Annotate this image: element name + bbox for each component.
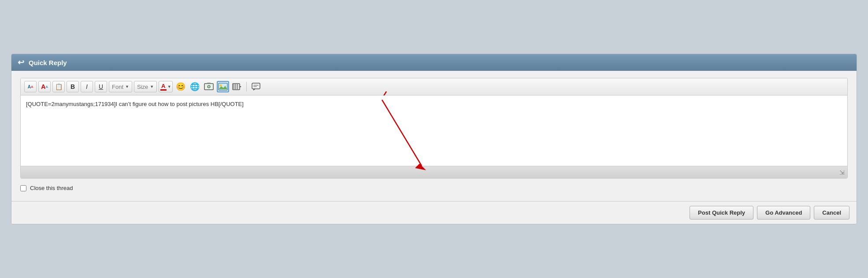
size-select-label: Size	[137, 84, 148, 90]
svg-marker-10	[240, 86, 241, 88]
font-dropdown-arrow: ▼	[125, 84, 129, 89]
underline-button[interactable]: U	[95, 81, 107, 92]
quick-reply-title: Quick Reply	[29, 59, 67, 66]
svg-point-1	[208, 85, 210, 88]
font-select[interactable]: Font ▼	[109, 81, 132, 92]
quick-reply-header: ↩ Quick Reply	[11, 54, 857, 71]
svg-rect-7	[234, 84, 234, 90]
svg-rect-2	[207, 83, 211, 84]
font-size-increase-button[interactable]: AA	[38, 81, 51, 92]
quick-reply-body: AA AA 📋 B I U Font ▼	[11, 71, 857, 201]
resize-handle-icon[interactable]: ⇲	[839, 169, 845, 176]
close-thread-row: Close this thread	[20, 185, 848, 194]
font-color-bar	[160, 89, 167, 91]
editor-toolbar: AA AA 📋 B I U Font ▼	[21, 78, 847, 95]
go-advanced-button[interactable]: Go Advanced	[757, 206, 810, 219]
post-quick-reply-button[interactable]: Post Quick Reply	[690, 206, 753, 219]
italic-button[interactable]: I	[81, 81, 93, 92]
font-color-button[interactable]: A ▼	[159, 81, 173, 92]
font-size-decrease-button[interactable]: AA	[24, 81, 37, 92]
insert-image-highlighted-button[interactable]	[217, 81, 229, 92]
font-color-letter: A	[161, 83, 165, 89]
insert-quote-button[interactable]	[250, 81, 262, 92]
close-thread-checkbox[interactable]	[20, 185, 26, 191]
svg-rect-8	[235, 84, 236, 90]
emoji-button[interactable]: 😊	[174, 81, 187, 92]
editor-textarea[interactable]: [QUOTE=2manymustangs;171934]I can’t figu…	[21, 95, 847, 166]
editor-content: [QUOTE=2manymustangs;171934]I can’t figu…	[26, 101, 244, 107]
quick-reply-container: ↩ Quick Reply AA AA 📋 B	[11, 54, 857, 224]
editor-wrapper: AA AA 📋 B I U Font ▼	[20, 78, 848, 179]
bold-button[interactable]: B	[67, 81, 79, 92]
svg-rect-14	[253, 86, 257, 87]
insert-document-button[interactable]: 📋	[52, 81, 65, 92]
quick-reply-footer: Post Quick Reply Go Advanced Cancel	[11, 201, 857, 224]
font-color-indicator: A	[160, 83, 167, 91]
cancel-button[interactable]: Cancel	[814, 206, 849, 219]
insert-image-button2[interactable]	[203, 81, 215, 92]
size-dropdown-arrow: ▼	[150, 84, 154, 89]
svg-rect-11	[252, 83, 260, 89]
svg-rect-9	[237, 84, 238, 90]
editor-area-wrapper: [QUOTE=2manymustangs;171934]I can’t figu…	[21, 95, 847, 166]
close-thread-label: Close this thread	[30, 185, 73, 191]
svg-point-5	[220, 84, 222, 87]
font-color-dropdown-arrow: ▼	[167, 84, 171, 89]
insert-video-button[interactable]	[231, 81, 243, 92]
post-image-button[interactable]: 🌐	[189, 81, 201, 92]
size-select[interactable]: Size ▼	[134, 81, 157, 92]
font-select-label: Font	[112, 84, 123, 90]
svg-rect-13	[253, 85, 259, 86]
toolbar-divider	[246, 82, 247, 91]
back-icon: ↩	[18, 58, 24, 67]
editor-resize-bar: ⇲	[21, 166, 847, 178]
